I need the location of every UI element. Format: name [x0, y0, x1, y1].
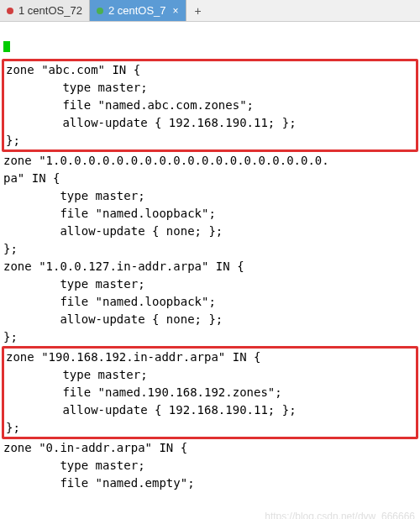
- code-line: file "named.abc.com.zones";: [6, 97, 414, 114]
- code-line: allow-update { none; };: [3, 223, 417, 240]
- code-line: type master;: [3, 187, 417, 205]
- code-line: allow-update { 192.168.190.11; };: [6, 401, 414, 419]
- code-line: zone "1.0.0.0.0.0.0.0.0.0.0.0.0.0.0.0.0.…: [3, 152, 417, 170]
- text-cursor: [3, 41, 10, 52]
- zone-block: zone "abc.com" IN { type master; file "n…: [2, 59, 418, 152]
- tab-bar: 1 centOS_72 2 centOS_7 × +: [0, 0, 420, 22]
- plus-icon: +: [195, 4, 202, 18]
- code-line: zone "1.0.0.127.in-addr.arpa" IN {: [3, 258, 417, 275]
- zone-block: zone "1.0.0.0.0.0.0.0.0.0.0.0.0.0.0.0.0.…: [3, 152, 417, 258]
- tab-centos7[interactable]: 2 centOS_7 ×: [90, 0, 186, 21]
- zone-block: zone "190.168.192.in-addr.arpa" IN { typ…: [2, 346, 418, 439]
- code-line: type master;: [6, 366, 414, 384]
- code-line: file "named.loopback";: [3, 205, 417, 223]
- code-line: };: [3, 240, 417, 258]
- code-line: };: [6, 419, 414, 437]
- code-line: pa" IN {: [3, 170, 417, 187]
- code-line: };: [3, 328, 417, 346]
- zone-block: zone "0.in-addr.arpa" IN { type master; …: [3, 439, 417, 492]
- close-icon[interactable]: ×: [173, 5, 179, 17]
- code-line: file "named.190.168.192.zones";: [6, 384, 414, 401]
- editor-pane[interactable]: zone "abc.com" IN { type master; file "n…: [0, 22, 420, 519]
- tab-centos72[interactable]: 1 centOS_72: [0, 0, 90, 21]
- code-line: type master;: [6, 79, 414, 97]
- tab-add-button[interactable]: +: [186, 0, 210, 21]
- code-line: zone "abc.com" IN {: [6, 61, 414, 79]
- status-dot-icon: [7, 8, 13, 14]
- zone-block: zone "1.0.0.127.in-addr.arpa" IN { type …: [3, 258, 417, 346]
- code-line: zone "0.in-addr.arpa" IN {: [3, 439, 417, 457]
- code-line: type master;: [3, 275, 417, 293]
- code-line: };: [6, 132, 414, 149]
- tab-label: 1 centOS_72: [18, 4, 82, 17]
- code-line: zone "190.168.192.in-addr.arpa" IN {: [6, 349, 414, 366]
- watermark-text: https://blog.csdn.net/dyw_666666: [265, 509, 415, 519]
- code-line: file "named.loopback";: [3, 293, 417, 311]
- code-line: file "named.empty";: [3, 474, 417, 492]
- tab-label: 2 centOS_7: [108, 4, 166, 17]
- code-line: allow-update { none; };: [3, 311, 417, 328]
- status-dot-icon: [97, 8, 103, 14]
- code-line: type master;: [3, 457, 417, 474]
- code-line: allow-update { 192.168.190.11; };: [6, 114, 414, 132]
